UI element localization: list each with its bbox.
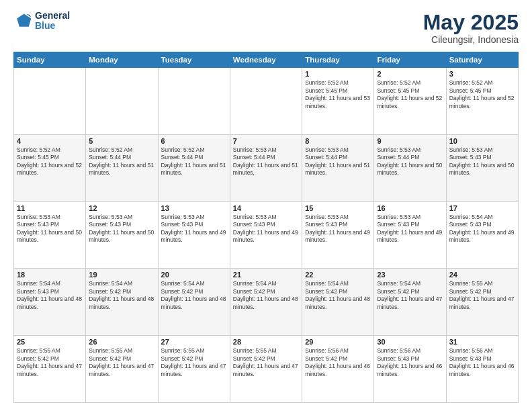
- day-number: 16: [377, 204, 443, 212]
- col-friday: Friday: [374, 52, 446, 68]
- day-number: 30: [377, 338, 443, 346]
- calendar-cell: 18Sunrise: 5:54 AM Sunset: 5:43 PM Dayli…: [14, 269, 86, 336]
- cell-info: Sunrise: 5:56 AM Sunset: 5:43 PM Dayligh…: [377, 347, 443, 378]
- cell-info: Sunrise: 5:53 AM Sunset: 5:43 PM Dayligh…: [17, 214, 83, 244]
- cell-info: Sunrise: 5:55 AM Sunset: 5:42 PM Dayligh…: [17, 347, 83, 378]
- header-row: Sunday Monday Tuesday Wednesday Thursday…: [14, 52, 519, 68]
- calendar-cell: 11Sunrise: 5:53 AM Sunset: 5:43 PM Dayli…: [14, 201, 86, 269]
- col-tuesday: Tuesday: [158, 52, 230, 68]
- cell-info: Sunrise: 5:53 AM Sunset: 5:43 PM Dayligh…: [449, 146, 515, 177]
- calendar-cell: 29Sunrise: 5:56 AM Sunset: 5:42 PM Dayli…: [302, 336, 374, 403]
- calendar-cell: 7Sunrise: 5:53 AM Sunset: 5:44 PM Daylig…: [230, 134, 302, 201]
- calendar-cell: 23Sunrise: 5:54 AM Sunset: 5:42 PM Dayli…: [374, 269, 446, 336]
- calendar-cell: [86, 68, 158, 135]
- day-number: 5: [89, 137, 154, 145]
- cell-info: Sunrise: 5:52 AM Sunset: 5:45 PM Dayligh…: [305, 79, 371, 110]
- calendar-cell: 14Sunrise: 5:53 AM Sunset: 5:43 PM Dayli…: [230, 201, 302, 269]
- week-row-2: 4Sunrise: 5:52 AM Sunset: 5:45 PM Daylig…: [14, 134, 519, 201]
- day-number: 22: [305, 271, 371, 279]
- cell-info: Sunrise: 5:52 AM Sunset: 5:44 PM Dayligh…: [161, 146, 227, 177]
- day-number: 12: [89, 204, 154, 212]
- main-title: May 2025: [423, 11, 519, 34]
- cell-info: Sunrise: 5:54 AM Sunset: 5:42 PM Dayligh…: [233, 280, 299, 311]
- calendar-cell: 26Sunrise: 5:55 AM Sunset: 5:42 PM Dayli…: [86, 336, 158, 403]
- cell-info: Sunrise: 5:55 AM Sunset: 5:42 PM Dayligh…: [449, 280, 515, 311]
- cell-info: Sunrise: 5:54 AM Sunset: 5:42 PM Dayligh…: [377, 280, 443, 311]
- cell-info: Sunrise: 5:52 AM Sunset: 5:45 PM Dayligh…: [17, 146, 83, 177]
- calendar-cell: 16Sunrise: 5:53 AM Sunset: 5:43 PM Dayli…: [374, 201, 446, 269]
- col-wednesday: Wednesday: [230, 52, 302, 68]
- calendar-cell: 19Sunrise: 5:54 AM Sunset: 5:42 PM Dayli…: [86, 269, 158, 336]
- day-number: 20: [161, 271, 227, 279]
- cell-info: Sunrise: 5:55 AM Sunset: 5:42 PM Dayligh…: [89, 347, 154, 378]
- logo-icon: [13, 11, 32, 30]
- svg-marker-0: [17, 14, 31, 27]
- day-number: 26: [89, 338, 154, 346]
- calendar-cell: 5Sunrise: 5:52 AM Sunset: 5:44 PM Daylig…: [86, 134, 158, 201]
- calendar-cell: 28Sunrise: 5:55 AM Sunset: 5:42 PM Dayli…: [230, 336, 302, 403]
- week-row-5: 25Sunrise: 5:55 AM Sunset: 5:42 PM Dayli…: [14, 336, 519, 403]
- day-number: 4: [17, 137, 83, 145]
- calendar-cell: 22Sunrise: 5:54 AM Sunset: 5:42 PM Dayli…: [302, 269, 374, 336]
- calendar-cell: 27Sunrise: 5:55 AM Sunset: 5:42 PM Dayli…: [158, 336, 230, 403]
- calendar-cell: 20Sunrise: 5:54 AM Sunset: 5:42 PM Dayli…: [158, 269, 230, 336]
- day-number: 28: [233, 338, 299, 346]
- day-number: 3: [449, 70, 515, 78]
- day-number: 8: [305, 137, 371, 145]
- week-row-4: 18Sunrise: 5:54 AM Sunset: 5:43 PM Dayli…: [14, 269, 519, 336]
- calendar-cell: 13Sunrise: 5:53 AM Sunset: 5:43 PM Dayli…: [158, 201, 230, 269]
- day-number: 15: [305, 204, 371, 212]
- calendar-cell: 15Sunrise: 5:53 AM Sunset: 5:43 PM Dayli…: [302, 201, 374, 269]
- cell-info: Sunrise: 5:52 AM Sunset: 5:45 PM Dayligh…: [449, 79, 515, 110]
- cell-info: Sunrise: 5:53 AM Sunset: 5:43 PM Dayligh…: [377, 214, 443, 244]
- header: General Blue May 2025 Cileungsir, Indone…: [13, 11, 519, 45]
- logo-text: General Blue: [35, 11, 70, 32]
- cell-info: Sunrise: 5:52 AM Sunset: 5:44 PM Dayligh…: [89, 146, 154, 177]
- calendar-cell: 17Sunrise: 5:54 AM Sunset: 5:43 PM Dayli…: [446, 201, 518, 269]
- cell-info: Sunrise: 5:54 AM Sunset: 5:42 PM Dayligh…: [161, 280, 227, 311]
- cell-info: Sunrise: 5:53 AM Sunset: 5:43 PM Dayligh…: [305, 214, 371, 244]
- col-sunday: Sunday: [14, 52, 86, 68]
- calendar-cell: [158, 68, 230, 135]
- cell-info: Sunrise: 5:56 AM Sunset: 5:43 PM Dayligh…: [449, 347, 515, 378]
- cell-info: Sunrise: 5:53 AM Sunset: 5:43 PM Dayligh…: [233, 214, 299, 244]
- day-number: 27: [161, 338, 227, 346]
- calendar-cell: 6Sunrise: 5:52 AM Sunset: 5:44 PM Daylig…: [158, 134, 230, 201]
- day-number: 14: [233, 204, 299, 212]
- cell-info: Sunrise: 5:53 AM Sunset: 5:44 PM Dayligh…: [377, 146, 443, 177]
- col-thursday: Thursday: [302, 52, 374, 68]
- cell-info: Sunrise: 5:54 AM Sunset: 5:43 PM Dayligh…: [17, 280, 83, 311]
- page: General Blue May 2025 Cileungsir, Indone…: [0, 0, 532, 411]
- week-row-1: 1Sunrise: 5:52 AM Sunset: 5:45 PM Daylig…: [14, 68, 519, 135]
- logo: General Blue: [13, 11, 70, 32]
- day-number: 18: [17, 271, 83, 279]
- day-number: 7: [233, 137, 299, 145]
- calendar-cell: 8Sunrise: 5:53 AM Sunset: 5:44 PM Daylig…: [302, 134, 374, 201]
- calendar-cell: 1Sunrise: 5:52 AM Sunset: 5:45 PM Daylig…: [302, 68, 374, 135]
- day-number: 21: [233, 271, 299, 279]
- day-number: 19: [89, 271, 154, 279]
- day-number: 10: [449, 137, 515, 145]
- day-number: 24: [449, 271, 515, 279]
- calendar-cell: 25Sunrise: 5:55 AM Sunset: 5:42 PM Dayli…: [14, 336, 86, 403]
- cell-info: Sunrise: 5:56 AM Sunset: 5:42 PM Dayligh…: [305, 347, 371, 378]
- cell-info: Sunrise: 5:55 AM Sunset: 5:42 PM Dayligh…: [161, 347, 227, 378]
- cell-info: Sunrise: 5:55 AM Sunset: 5:42 PM Dayligh…: [233, 347, 299, 378]
- calendar-cell: 2Sunrise: 5:52 AM Sunset: 5:45 PM Daylig…: [374, 68, 446, 135]
- calendar-cell: 31Sunrise: 5:56 AM Sunset: 5:43 PM Dayli…: [446, 336, 518, 403]
- cell-info: Sunrise: 5:53 AM Sunset: 5:44 PM Dayligh…: [233, 146, 299, 177]
- cell-info: Sunrise: 5:53 AM Sunset: 5:44 PM Dayligh…: [305, 146, 371, 177]
- day-number: 25: [17, 338, 83, 346]
- day-number: 1: [305, 70, 371, 78]
- calendar-cell: [14, 68, 86, 135]
- title-block: May 2025 Cileungsir, Indonesia: [423, 11, 519, 45]
- day-number: 23: [377, 271, 443, 279]
- calendar-cell: 3Sunrise: 5:52 AM Sunset: 5:45 PM Daylig…: [446, 68, 518, 135]
- col-monday: Monday: [86, 52, 158, 68]
- calendar-table: Sunday Monday Tuesday Wednesday Thursday…: [13, 52, 519, 403]
- cell-info: Sunrise: 5:54 AM Sunset: 5:42 PM Dayligh…: [305, 280, 371, 311]
- day-number: 17: [449, 204, 515, 212]
- day-number: 31: [449, 338, 515, 346]
- calendar-cell: [230, 68, 302, 135]
- day-number: 6: [161, 137, 227, 145]
